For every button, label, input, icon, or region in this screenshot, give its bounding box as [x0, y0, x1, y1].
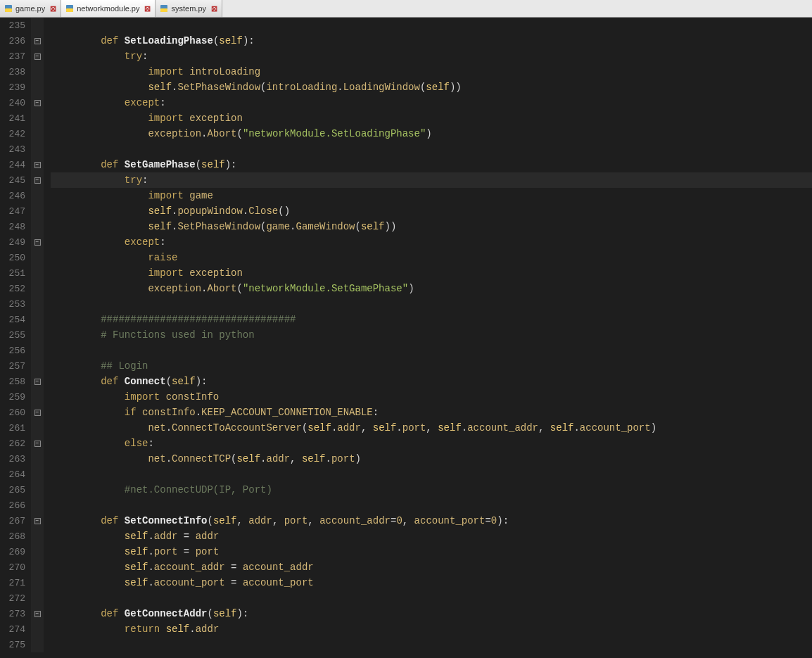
code-area[interactable]: def SetLoadingPhase(self): try: import i… — [51, 18, 812, 658]
fold-column[interactable]: − — [31, 606, 44, 621]
tab-game-py[interactable]: game.py⊠ — [0, 0, 61, 17]
code-line[interactable]: import exception — [51, 265, 812, 281]
close-icon[interactable]: ⊠ — [143, 4, 151, 13]
python-file-icon — [159, 4, 169, 13]
code-line[interactable]: self.addr = addr — [51, 529, 812, 544]
line-number: 272 — [0, 593, 31, 604]
code-line[interactable]: def SetConnectInfo(self, addr, port, acc… — [51, 513, 812, 529]
tab-networkmodule-py[interactable]: networkmodule.py⊠ — [61, 0, 156, 17]
fold-column[interactable]: − — [31, 172, 44, 188]
fold-column — [31, 467, 44, 482]
code-line[interactable]: return self.addr — [51, 621, 812, 637]
line-number: 257 — [0, 361, 31, 372]
code-line[interactable]: def Connect(self): — [51, 374, 812, 389]
code-line[interactable]: else: — [51, 436, 812, 451]
fold-column[interactable]: − — [31, 95, 44, 110]
code-line[interactable]: #net.ConnectUDP(IP, Port) — [51, 482, 812, 498]
code-line[interactable]: try: — [51, 49, 812, 64]
line-number: 245 — [0, 175, 31, 186]
code-line[interactable]: import exception — [51, 110, 812, 126]
fold-column — [31, 498, 44, 513]
close-icon[interactable]: ⊠ — [210, 4, 218, 13]
fold-column — [31, 482, 44, 498]
code-line[interactable]: self.SetPhaseWindow(introLoading.Loading… — [51, 80, 812, 95]
code-line[interactable]: exception.Abort("networkModule.SetLoadin… — [51, 126, 812, 141]
code-line[interactable]: self.SetPhaseWindow(game.GameWindow(self… — [51, 219, 812, 234]
line-number: 261 — [0, 423, 31, 434]
code-line[interactable]: self.popupWindow.Close() — [51, 203, 812, 219]
fold-column[interactable]: − — [31, 405, 44, 420]
fold-column — [31, 141, 44, 157]
fold-column — [31, 621, 44, 637]
code-line[interactable]: raise — [51, 250, 812, 265]
code-line[interactable]: try: — [51, 172, 812, 188]
line-number: 250 — [0, 253, 31, 263]
code-line[interactable]: ################################# — [51, 312, 812, 327]
code-line[interactable]: if constInfo.KEEP_ACCOUNT_CONNETION_ENAB… — [51, 405, 812, 420]
line-number: 249 — [0, 237, 31, 248]
code-line[interactable]: import constInfo — [51, 389, 812, 405]
code-line[interactable]: self.account_port = account_port — [51, 575, 812, 590]
code-line[interactable]: exception.Abort("networkModule.SetGamePh… — [51, 281, 812, 296]
line-number: 271 — [0, 578, 31, 588]
fold-column — [31, 110, 44, 126]
code-line[interactable]: net.ConnectToAccountServer(self.addr, se… — [51, 420, 812, 436]
fold-column[interactable]: − — [31, 157, 44, 172]
fold-column[interactable]: − — [31, 436, 44, 451]
code-line[interactable] — [51, 18, 812, 33]
line-number: 246 — [0, 191, 31, 201]
fold-collapse-icon[interactable]: − — [34, 239, 41, 246]
code-line[interactable]: except: — [51, 234, 812, 250]
code-line[interactable]: def SetGamePhase(self): — [51, 157, 812, 172]
code-line[interactable]: def GetConnectAddr(self): — [51, 606, 812, 621]
fold-column — [31, 188, 44, 203]
code-line[interactable]: net.ConnectTCP(self.addr, self.port) — [51, 451, 812, 467]
fold-collapse-icon[interactable]: − — [34, 441, 41, 447]
fold-column[interactable]: − — [31, 513, 44, 529]
fold-collapse-icon[interactable]: − — [34, 410, 41, 416]
line-number: 239 — [0, 82, 31, 93]
close-icon[interactable]: ⊠ — [49, 4, 57, 13]
fold-column[interactable]: − — [31, 234, 44, 250]
fold-column — [31, 420, 44, 436]
fold-column — [31, 451, 44, 467]
fold-collapse-icon[interactable]: − — [34, 38, 41, 44]
fold-collapse-icon[interactable]: − — [34, 379, 41, 385]
fold-column[interactable]: − — [31, 374, 44, 389]
tab-system-py[interactable]: system.py⊠ — [156, 0, 222, 17]
fold-collapse-icon[interactable]: − — [34, 518, 41, 524]
line-number: 243 — [0, 144, 31, 155]
code-editor[interactable]: 235236−237−238239240−241242243244−245−24… — [0, 18, 812, 658]
line-number: 236 — [0, 36, 31, 46]
code-line[interactable]: except: — [51, 95, 812, 110]
code-line[interactable]: ## Login — [51, 358, 812, 374]
fold-collapse-icon[interactable]: − — [34, 100, 41, 106]
code-line[interactable] — [51, 637, 812, 652]
fold-collapse-icon[interactable]: − — [34, 162, 41, 168]
fold-column — [31, 18, 44, 33]
fold-column — [31, 637, 44, 652]
fold-collapse-icon[interactable]: − — [34, 53, 41, 60]
fold-column[interactable]: − — [31, 33, 44, 49]
code-line[interactable] — [51, 467, 812, 482]
code-line[interactable]: import game — [51, 188, 812, 203]
code-line[interactable]: self.account_addr = account_addr — [51, 559, 812, 575]
fold-collapse-icon[interactable]: − — [34, 611, 41, 617]
fold-collapse-icon[interactable]: − — [34, 177, 41, 184]
fold-column — [31, 559, 44, 575]
fold-column[interactable]: − — [31, 49, 44, 64]
code-line[interactable] — [51, 498, 812, 513]
code-line[interactable] — [51, 296, 812, 312]
code-line[interactable]: def SetLoadingPhase(self): — [51, 33, 812, 49]
line-number: 259 — [0, 392, 31, 403]
line-number: 241 — [0, 113, 31, 124]
code-line[interactable]: # Functions used in python — [51, 327, 812, 343]
fold-column — [31, 312, 44, 327]
code-line[interactable]: self.port = port — [51, 544, 812, 559]
svg-rect-3 — [66, 8, 73, 12]
line-number: 258 — [0, 377, 31, 387]
code-line[interactable] — [51, 590, 812, 606]
code-line[interactable] — [51, 343, 812, 358]
code-line[interactable]: import introLoading — [51, 64, 812, 80]
code-line[interactable] — [51, 141, 812, 157]
